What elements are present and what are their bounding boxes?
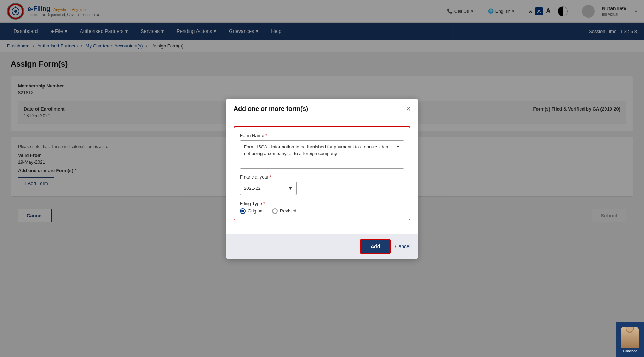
- form-name-field: Form Name * Form 15CA - Information to b…: [240, 133, 404, 169]
- filing-type-label: Filing Type *: [240, 201, 404, 206]
- form-name-select[interactable]: Form 15CA - Information to be furnished …: [240, 140, 404, 169]
- financial-year-value: 2021-22: [244, 186, 261, 191]
- radio-revised[interactable]: Revised: [272, 208, 297, 214]
- filing-type-radio-group: Original Revised: [240, 208, 404, 214]
- modal-form-section: Form Name * Form 15CA - Information to b…: [234, 126, 410, 220]
- financial-year-select[interactable]: 2021-22 ▼: [240, 182, 297, 195]
- radio-revised-circle: [272, 208, 278, 214]
- modal: Add one or more form(s) × Form Name * Fo…: [226, 99, 418, 237]
- financial-year-label: Financial year *: [240, 174, 404, 180]
- radio-original-circle: [240, 208, 246, 214]
- modal-title: Add one or more form(s): [234, 105, 308, 113]
- form-name-label: Form Name *: [240, 133, 404, 138]
- radio-original[interactable]: Original: [240, 208, 264, 214]
- radio-revised-label: Revised: [280, 208, 297, 214]
- modal-close-button[interactable]: ×: [406, 105, 410, 112]
- financial-year-arrow-icon: ▼: [288, 186, 293, 191]
- modal-overlay: Add one or more form(s) × Form Name * Fo…: [0, 0, 644, 237]
- modal-footer: Add Cancel: [226, 234, 418, 237]
- filing-type-field: Filing Type * Original Revised: [240, 201, 404, 214]
- modal-header: Add one or more form(s) ×: [226, 99, 418, 119]
- modal-body: Form Name * Form 15CA - Information to b…: [226, 119, 418, 234]
- form-name-arrow-icon: ▼: [396, 144, 400, 149]
- form-name-value: Form 15CA - Information to be furnished …: [244, 143, 393, 157]
- radio-original-label: Original: [248, 208, 264, 214]
- financial-year-field: Financial year * 2021-22 ▼: [240, 174, 404, 195]
